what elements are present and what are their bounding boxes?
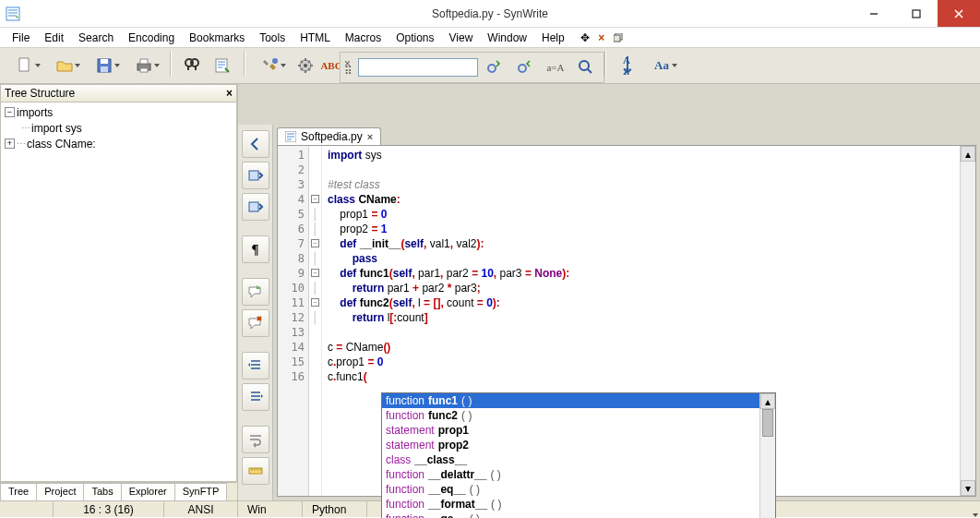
pilcrow-button[interactable]: ¶ [242, 235, 269, 263]
menu-tools[interactable]: Tools [253, 30, 292, 46]
maximize-button[interactable] [895, 0, 938, 27]
svg-rect-7 [101, 66, 108, 72]
autocomplete-item[interactable]: function __ge__ ( ) [382, 512, 775, 518]
autocomplete-item[interactable]: function __format__ ( ) [382, 497, 775, 512]
print-button[interactable] [125, 51, 163, 80]
tree-class-icon: ⋯ [17, 139, 25, 149]
autocomplete-item[interactable]: function __eq__ ( ) [382, 482, 775, 497]
line-number-gutter: 12345678910111213141516 [278, 146, 309, 496]
autocomplete-item[interactable]: statement prop1 [382, 423, 775, 438]
autocomplete-popup[interactable]: ▴ ▾ function func1 ( )function func2 ( )… [381, 392, 776, 518]
mdi-restore-icon[interactable] [612, 31, 625, 44]
options-button[interactable] [291, 51, 320, 80]
quick-search-input[interactable] [358, 58, 478, 77]
window-title: Softpedia.py - SynWrite [0, 7, 980, 20]
quick-search-panel: ×⠿ a=A [340, 52, 604, 83]
autocomplete-scrollbar[interactable]: ▴ ▾ [759, 393, 775, 518]
mdi-arrows-icon[interactable]: ✥ [579, 31, 592, 44]
autocomplete-item[interactable]: function func1 ( ) [382, 393, 775, 408]
menu-html[interactable]: HTML [293, 30, 337, 46]
autocomplete-item[interactable]: function __delattr__ ( ) [382, 467, 775, 482]
show-tree-button[interactable] [242, 193, 269, 221]
tab-tree[interactable]: Tree [0, 483, 37, 500]
tree-row-import-sys[interactable]: ⋯import sys [1, 120, 236, 136]
close-button[interactable] [938, 0, 980, 27]
menu-help[interactable]: Help [535, 30, 571, 46]
tree-panel-title: Tree Structure [5, 87, 75, 100]
menubar: File Edit Search Encoding Bookmarks Tool… [0, 28, 980, 48]
menu-macros[interactable]: Macros [339, 30, 388, 46]
find-button[interactable] [177, 51, 207, 80]
editor-vscrollbar[interactable]: ▴ ▾ [960, 146, 975, 496]
find-next-button[interactable] [511, 54, 539, 80]
svg-rect-6 [101, 59, 108, 64]
menu-window[interactable]: Window [481, 30, 533, 46]
tab-project[interactable]: Project [36, 483, 84, 500]
tools-button[interactable] [251, 51, 290, 80]
left-panel-tabs: Tree Project Tabs Explorer SynFTP [0, 482, 237, 500]
autocomplete-item[interactable]: class __class__ [382, 452, 775, 467]
new-file-button[interactable] [6, 51, 44, 80]
menu-view[interactable]: View [443, 30, 480, 46]
editor-tabs: Softpedia.py × [277, 125, 980, 145]
menu-encoding[interactable]: Encoding [122, 30, 181, 46]
status-encoding[interactable]: ANSI [164, 501, 238, 517]
expand-icon[interactable]: + [5, 139, 15, 149]
tree-row-imports[interactable]: −imports [1, 104, 236, 120]
minimize-button[interactable] [853, 0, 895, 27]
save-button[interactable] [85, 51, 124, 80]
unindent-button[interactable] [242, 383, 269, 411]
svg-rect-9 [140, 59, 148, 64]
tree-panel-close-icon[interactable]: × [226, 87, 233, 100]
tree-panel-header: Tree Structure × [0, 84, 237, 102]
svg-point-16 [304, 64, 307, 67]
autocomplete-item[interactable]: function func2 ( ) [382, 408, 775, 423]
wrap-button[interactable] [242, 426, 269, 453]
nav-back-button[interactable] [242, 130, 269, 158]
tree-row-class-cname[interactable]: +⋯class CName: [1, 136, 236, 151]
status-line-ending[interactable]: Win [238, 501, 303, 517]
menu-file[interactable]: File [6, 30, 36, 46]
sort-button[interactable]: AZ [612, 51, 641, 80]
svg-rect-4 [19, 58, 29, 71]
scrollbar-thumb[interactable] [762, 409, 773, 437]
find-prev-button[interactable] [481, 54, 508, 80]
scroll-down-icon[interactable]: ▾ [961, 480, 975, 496]
open-file-button[interactable] [45, 51, 84, 80]
uncomment-button[interactable] [242, 309, 269, 337]
tab-synftp[interactable]: SynFTP [174, 483, 228, 500]
svg-point-14 [272, 58, 278, 64]
svg-rect-30 [249, 202, 258, 211]
tab-explorer[interactable]: Explorer [121, 483, 175, 500]
ruler-button[interactable] [242, 457, 269, 485]
menu-extra: ✥ × [579, 31, 625, 44]
scroll-up-icon[interactable]: ▴ [961, 146, 975, 162]
editor-tab-active[interactable]: Softpedia.py × [277, 127, 381, 145]
menu-search[interactable]: Search [72, 30, 120, 46]
match-case-button[interactable]: a=A [542, 54, 569, 80]
find-dialog-button[interactable] [572, 54, 600, 80]
goto-button[interactable] [208, 51, 237, 80]
autocomplete-item[interactable]: statement prop2 [382, 438, 775, 452]
menu-bookmarks[interactable]: Bookmarks [183, 30, 251, 46]
collapse-icon[interactable]: − [5, 107, 15, 117]
tree-structure[interactable]: −imports ⋯import sys +⋯class CName: [0, 102, 237, 482]
mdi-close-icon[interactable]: × [595, 31, 608, 44]
titlebar: Softpedia.py - SynWrite [0, 0, 980, 28]
scroll-up-icon[interactable]: ▴ [760, 393, 775, 409]
svg-point-28 [580, 61, 589, 70]
editor-tab-close-icon[interactable]: × [367, 131, 373, 142]
tab-tabs[interactable]: Tabs [83, 483, 121, 500]
searchpanel-grip[interactable]: ×⠿ [344, 60, 353, 75]
fold-column[interactable]: −││−│−│−│ [309, 146, 322, 496]
comment-button[interactable] [242, 278, 269, 306]
menu-options[interactable]: Options [389, 30, 440, 46]
status-language[interactable]: Python [303, 501, 367, 517]
indent-button[interactable] [242, 352, 269, 379]
svg-rect-29 [249, 171, 258, 180]
case-button[interactable]: Aa [642, 51, 681, 80]
tree-leaf-icon: ⋯ [21, 123, 30, 133]
nav-fwd-button[interactable] [242, 162, 269, 189]
svg-rect-13 [216, 59, 227, 72]
menu-edit[interactable]: Edit [38, 30, 70, 46]
